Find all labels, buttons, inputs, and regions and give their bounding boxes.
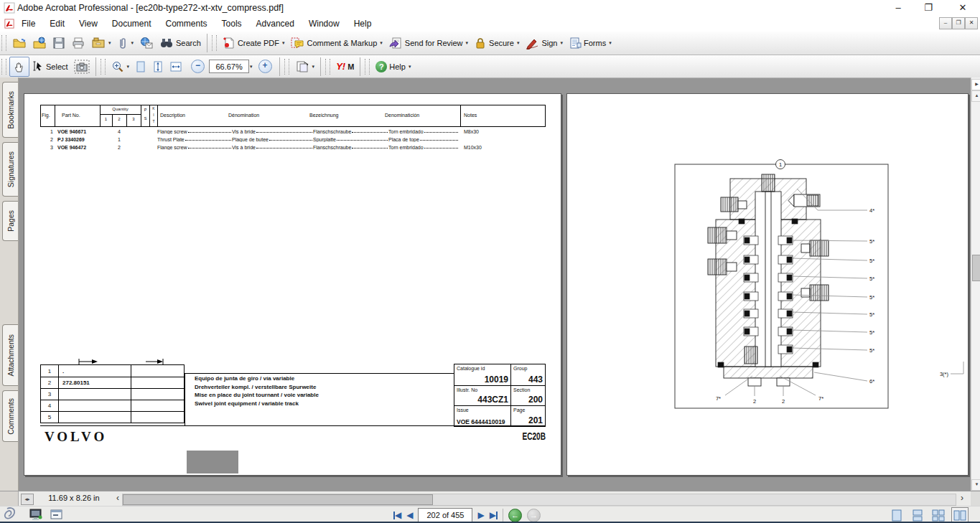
search-button[interactable]: Search [157,34,204,52]
yim-button[interactable]: Y!M [333,57,357,76]
single-page-button[interactable] [889,508,905,522]
doc-minimize-button[interactable]: – [939,17,952,29]
attachments-paperclip-icon[interactable] [2,506,19,522]
navigation-tab-strip: Bookmarks Signatures Pages Attachments C… [0,77,19,491]
menu-document[interactable]: Document [105,17,159,32]
horizontal-scrollbar[interactable] [122,494,956,506]
comment-markup-button[interactable]: Comment & Markup▾ [287,34,385,52]
menu-view[interactable]: View [72,17,105,32]
previous-page-icon[interactable]: ◀ [406,509,413,522]
toolbar-grip[interactable] [1,59,6,75]
attach-button[interactable]: ▾ [114,34,137,52]
toolbar-grip[interactable] [325,59,330,75]
toolbar-overflow-icon[interactable]: ▶ [971,79,980,90]
col-s: S [141,116,149,121]
organizer-drawer-icon [91,37,106,50]
select-tool-button[interactable]: Select [29,57,71,76]
facing-pages-icon [953,509,967,522]
chevron-down-icon: ▾ [127,64,130,70]
send-for-review-button[interactable]: Send for Review▾ [386,34,471,52]
help-button[interactable]: ?Help▾ [373,57,414,76]
vertical-scroll-thumb[interactable] [972,255,980,281]
tab-comments[interactable]: Comments [2,390,18,442]
doc-close-button[interactable]: ✕ [965,17,978,29]
toolbar-grip[interactable] [1,35,6,51]
chevron-down-icon: ▾ [609,40,612,46]
open-button[interactable] [9,34,29,52]
pdf-page-left: Fig. Part No. Quantity 1 2 3 P S K I T D… [24,93,561,476]
tab-pages[interactable]: Pages [2,201,18,241]
camera-icon [74,60,90,74]
issue-label: Issue [457,407,469,413]
restore-button[interactable]: ❐ [918,1,939,15]
menu-window[interactable]: Window [302,17,347,32]
title-block: Equipo de junta de giro / vía variable D… [195,374,319,407]
scroll-right-icon[interactable]: › [958,493,966,504]
hand-tool-button[interactable] [9,57,29,77]
callout-5: 5* [869,311,874,318]
forms-icon [569,37,582,50]
toolbar-grip[interactable] [212,35,217,51]
next-view-button[interactable]: → [527,509,541,522]
horizontal-scroll-thumb[interactable] [123,494,433,505]
tab-bookmarks[interactable]: Bookmarks [2,82,18,138]
menu-file[interactable]: File [14,17,42,32]
facing-pages-button[interactable] [951,507,969,523]
fit-width-button[interactable] [167,57,185,76]
snapshot-tool-button[interactable] [71,57,93,76]
description: Thrust Plate [157,137,185,142]
create-pdf-button[interactable]: Create PDF▾ [220,34,288,52]
toolbar-grip[interactable] [101,59,106,75]
toolbar-separator [360,57,360,76]
revision-row: 4 [41,400,184,411]
forms-button[interactable]: Forms▾ [566,34,615,52]
page-display-button[interactable]: ▾ [292,57,318,76]
tab-attachments[interactable]: Attachments [2,324,18,386]
continuous-page-button[interactable] [910,508,925,522]
zoom-tool-button[interactable]: ▾ [108,57,133,76]
parts-table-header: Fig. Part No. Quantity 1 2 3 P S K I T D… [40,105,546,127]
bezeichnung: Flanschschraube [313,145,351,150]
fit-height-button[interactable] [149,57,167,76]
last-page-button[interactable]: ▶ [490,509,498,522]
print-button[interactable] [68,34,88,52]
toolbar-grip[interactable] [365,59,370,75]
menu-comments[interactable]: Comments [159,17,215,32]
vertical-scrollbar[interactable]: ▶ ▲ ▼ [971,77,980,491]
window-mode-icon[interactable] [50,509,63,520]
menu-help[interactable]: Help [347,17,379,32]
zoom-level-input[interactable]: 66.67% [209,60,249,73]
scroll-down-icon[interactable]: ▼ [971,479,980,491]
toolbar-grip[interactable] [284,59,289,75]
organizer-button[interactable]: ▾ [88,34,114,52]
save-button[interactable] [50,34,68,52]
model-code: EC20B [491,430,546,442]
panel-splitter-icon[interactable]: ◂▸ [21,494,34,505]
sign-button[interactable]: Sign▾ [522,34,566,52]
menu-tools[interactable]: Tools [215,17,249,32]
doc-restore-button[interactable]: ❐ [952,17,965,29]
open-web-button[interactable] [29,34,50,52]
first-page-button[interactable]: ◀ [393,509,401,522]
next-page-icon[interactable]: ▶ [477,509,484,522]
menu-edit[interactable]: Edit [42,17,72,32]
previous-view-button[interactable]: ← [508,509,522,522]
page-toolbar: Select ▾ − 66.67% ▾ + ▾ Y!M ?Help▾ [0,55,980,78]
tab-signatures[interactable]: Signatures [2,142,18,197]
page-number-input[interactable]: 202 of 455 [418,508,472,522]
last-page-icon: ▶ [490,509,496,522]
minimize-button[interactable]: – [887,1,909,15]
close-button[interactable]: ✕ [952,1,974,15]
monitor-icon[interactable] [29,509,43,521]
zoom-in-button[interactable]: + [258,60,272,73]
continuous-facing-button[interactable] [930,508,946,522]
scroll-up-icon[interactable]: ▲ [971,90,980,102]
secure-button[interactable]: Secure▾ [471,34,522,52]
scroll-left-icon[interactable]: ‹ [113,493,122,504]
chevron-down-icon: ▾ [466,40,469,46]
email-button[interactable] [136,34,157,52]
fit-page-button[interactable] [132,57,149,76]
menu-advanced[interactable]: Advanced [249,17,302,32]
page-label: Page [513,407,525,413]
zoom-out-button[interactable]: − [191,60,205,73]
